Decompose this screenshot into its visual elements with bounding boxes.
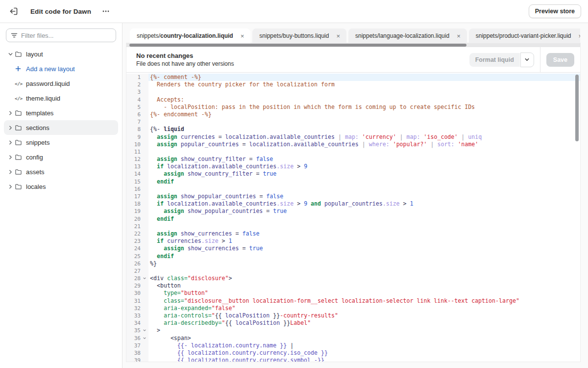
fold-icon[interactable] xyxy=(141,327,148,334)
code-line-content[interactable] xyxy=(148,185,580,193)
fold-slot xyxy=(141,319,148,327)
code-line-content[interactable] xyxy=(148,88,580,96)
editor-tab[interactable]: snippets/language-localization.liquid× xyxy=(348,28,467,43)
chevron-down-icon xyxy=(524,57,530,62)
line-number: 31 xyxy=(126,297,141,305)
tree-item-snippets[interactable]: snippets xyxy=(4,135,118,150)
code-line-content[interactable]: assign show_popular_countries = true xyxy=(148,208,580,215)
code-line-content[interactable]: {{ localization.country.currency.iso_cod… xyxy=(148,349,580,357)
code-line-content[interactable]: %} xyxy=(148,260,580,267)
tree-item-add-a-new-layout[interactable]: Add a new layout xyxy=(4,61,118,76)
line-number: 16 xyxy=(126,185,141,193)
line-gutter: 35 xyxy=(126,327,148,334)
code-line-content[interactable]: {%- liquid xyxy=(148,126,580,133)
code-line-content[interactable]: <div class="disclosure"> xyxy=(148,275,580,282)
code-line-content[interactable]: {%- endcomment -%} xyxy=(148,111,580,118)
code-line-content[interactable]: {%- comment -%} xyxy=(148,74,580,81)
code-line-content[interactable]: assign show_currencies = false xyxy=(148,230,580,237)
tree-item-layout[interactable]: layout xyxy=(4,47,118,61)
fold-slot xyxy=(141,349,148,357)
fold-slot xyxy=(141,148,148,156)
line-number: 17 xyxy=(126,193,141,200)
line-number: 39 xyxy=(126,357,141,362)
editor-tab[interactable]: snippets/buy-buttons.liquid× xyxy=(252,28,346,43)
fold-slot xyxy=(141,118,148,126)
code-line-content[interactable] xyxy=(148,148,580,156)
tab-close-icon[interactable]: × xyxy=(455,32,462,40)
code-line-content[interactable]: assign show_country_filter = true xyxy=(148,170,580,178)
tab-close-icon[interactable]: × xyxy=(335,32,342,40)
line-gutter: 1 xyxy=(126,74,148,81)
code-line-content[interactable]: <span> xyxy=(148,335,580,342)
code-line-content[interactable]: {{ localization.country.currency.symbol … xyxy=(148,357,580,362)
code-line-content[interactable]: <button xyxy=(148,282,580,289)
code-line-content[interactable]: aria-controls="{{ localPosition }}-count… xyxy=(148,312,580,319)
tree-item-templates[interactable]: templates xyxy=(4,105,118,120)
tab-close-icon[interactable]: × xyxy=(577,32,581,40)
code-line: 10 assign popular_countries = localizati… xyxy=(126,141,580,148)
format-options-button[interactable] xyxy=(520,53,534,67)
code-line-content[interactable]: Accepts: xyxy=(148,96,580,104)
line-number: 2 xyxy=(126,81,141,88)
filter-files-box[interactable] xyxy=(6,28,116,42)
code-line-content[interactable]: if localization.available_countries.size… xyxy=(148,163,580,170)
exit-button[interactable] xyxy=(7,4,21,18)
code-line-content[interactable]: assign show_country_filter = false xyxy=(148,156,580,163)
save-button[interactable]: Save xyxy=(546,53,574,67)
code-line-content[interactable]: if currencies.size > 1 xyxy=(148,237,580,245)
line-gutter: 6 xyxy=(126,111,148,118)
line-gutter: 8 xyxy=(126,126,148,133)
code-line-content[interactable]: endif xyxy=(148,178,580,185)
line-number: 4 xyxy=(126,96,141,104)
code-line-content[interactable]: aria-expanded="false" xyxy=(148,305,580,312)
editor-tab[interactable]: snippets/country-localization.liquid× xyxy=(130,28,250,43)
filter-files-input[interactable] xyxy=(21,32,111,39)
code-line-content[interactable]: > xyxy=(148,327,580,334)
code-line-content[interactable]: class="disclosure__button localization-f… xyxy=(148,297,580,305)
line-number: 5 xyxy=(126,104,141,111)
code-line-content[interactable] xyxy=(148,267,580,275)
code-line-content[interactable]: assign show_popular_countries = false xyxy=(148,193,580,200)
code-line-content[interactable]: Renders the country picker for the local… xyxy=(148,81,580,88)
chevron-right-icon xyxy=(6,155,15,160)
line-number: 14 xyxy=(126,170,141,178)
code-line-content[interactable]: if localization.available_countries.size… xyxy=(148,200,580,208)
code-line-content[interactable]: {{- localization.country.name }} | xyxy=(148,342,580,349)
tabs-scrollbar-thumb[interactable] xyxy=(129,44,466,47)
code-line-content[interactable]: assign currencies = localization.availab… xyxy=(148,133,580,141)
code-editor[interactable]: 1{%- comment -%}2 Renders the country pi… xyxy=(126,73,580,362)
line-gutter: 27 xyxy=(126,267,148,275)
chevron-right-icon xyxy=(6,110,15,116)
code-line-content[interactable]: endif xyxy=(148,215,580,223)
tree-item-sections[interactable]: sections xyxy=(4,120,118,135)
folder-icon xyxy=(15,109,26,117)
tree-item-assets[interactable]: assets xyxy=(4,164,118,179)
tree-item-theme-liquid[interactable]: </>theme.liquid xyxy=(4,91,118,105)
tree-item-config[interactable]: config xyxy=(4,150,118,164)
line-gutter: 24 xyxy=(126,245,148,252)
code-line-content[interactable]: assign show_currencies = true xyxy=(148,245,580,252)
line-gutter: 26 xyxy=(126,260,148,267)
fold-icon[interactable] xyxy=(141,335,148,342)
editor-tab[interactable]: snippets/product-variant-picker.liquid× xyxy=(469,28,580,43)
line-gutter: 21 xyxy=(126,223,148,230)
code-line-content[interactable] xyxy=(148,118,580,126)
code-line-content[interactable]: type="button" xyxy=(148,289,580,297)
code-line-content[interactable]: assign popular_countries = localization.… xyxy=(148,141,580,148)
code-line-content[interactable]: endif xyxy=(148,253,580,260)
format-liquid-button[interactable]: Format liquid xyxy=(469,53,520,67)
header-divider xyxy=(540,47,540,73)
editor-scrollbar-thumb[interactable] xyxy=(575,75,579,141)
more-actions-button[interactable] xyxy=(99,4,113,18)
preview-store-button[interactable]: Preview store xyxy=(529,4,581,18)
tab-close-icon[interactable]: × xyxy=(239,32,246,40)
code-line-content[interactable] xyxy=(148,223,580,230)
code-line-content[interactable]: aria-describedby="{{ localPosition }}Lab… xyxy=(148,319,580,327)
tree-item-label: theme.liquid xyxy=(26,95,60,102)
folder-icon xyxy=(15,139,26,146)
code-line-content[interactable]: - localPosition: pass in the position in… xyxy=(148,104,580,111)
tree-item-locales[interactable]: locales xyxy=(4,179,118,194)
tree-item-password-liquid[interactable]: </>password.liquid xyxy=(4,76,118,91)
tabs-scrollbar-track[interactable] xyxy=(126,43,580,47)
fold-icon[interactable] xyxy=(141,275,148,282)
